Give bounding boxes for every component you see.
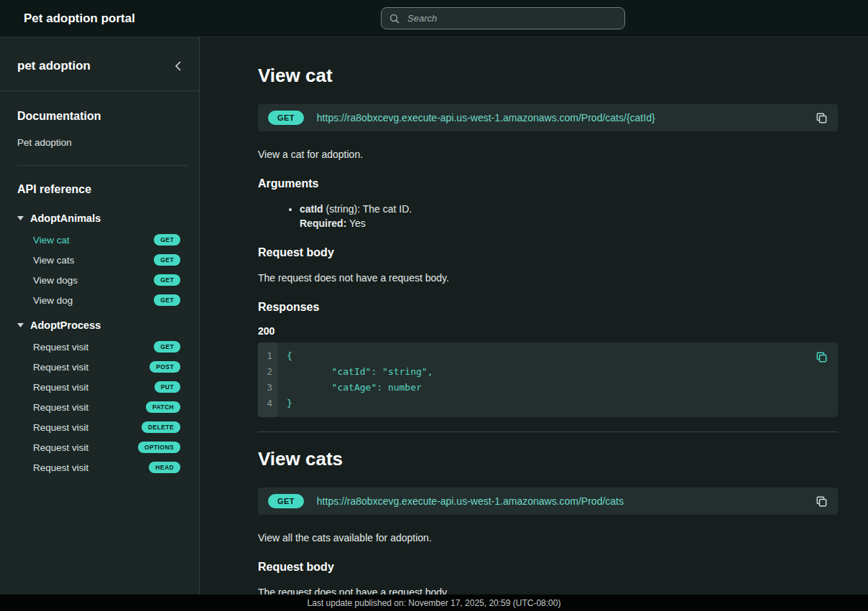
endpoint-bar: GET https://ra8obxcevg.execute-api.us-we… [258,104,838,131]
sidebar-item-label: Request visit [33,382,88,393]
argument-required-label: Required: [300,218,346,229]
method-badge: PATCH [146,401,180,413]
request-body-heading: Request body [258,246,838,259]
search-icon [389,14,400,24]
sidebar-item-request-visit-patch[interactable]: Request visit PATCH [0,397,199,417]
operation-divider [258,432,838,432]
sidebar-group-toggle-adoptprocess[interactable]: AdoptProcess [0,316,199,337]
sidebar-item-request-visit-put[interactable]: Request visit PUT [0,377,199,397]
sidebar-item-request-visit-head[interactable]: Request visit HEAD [0,457,199,477]
line-number: 3 [258,380,277,396]
group-label: AdoptAnimals [30,213,101,224]
line-number: 4 [258,396,277,411]
sidebar-item-label: Request visit [33,462,88,473]
argument-desc: (string): The cat ID. [323,203,412,215]
sidebar-item-label: Request visit [33,442,88,453]
operation-view-cats: View cats GET https://ra8obxcevg.execute… [258,448,838,600]
top-header: Pet adoption portal [0,0,868,37]
code-line: "catAge": number [287,380,838,396]
method-badge: OPTIONS [138,442,180,453]
method-badge: GET [154,234,180,246]
sidebar-group-adoptanimals: AdoptAnimals View cat GET View cats GET … [0,209,199,310]
copy-icon [816,112,828,124]
method-badge: DELETE [142,421,180,433]
sidebar-item-request-visit-get[interactable]: Request visit GET [0,337,199,357]
line-number: 1 [258,348,277,364]
search-input[interactable] [406,12,617,24]
method-badge: GET [154,254,180,266]
sidebar-item-label: Request visit [33,362,88,373]
copy-icon [816,351,828,363]
caret-down-icon [17,323,24,327]
sidebar-group-adoptprocess: AdoptProcess Request visit GET Request v… [0,316,199,477]
group-label: AdoptProcess [30,320,101,331]
operation-description: View all the cats available for adoption… [258,531,838,545]
method-badge: GET [154,274,180,286]
method-pill: GET [268,494,304,508]
operation-title: View cat [258,65,838,87]
code-line: "catId": "string", [287,364,838,380]
sidebar-item-view-dog[interactable]: View dog GET [0,290,199,310]
method-badge: PUT [154,381,180,393]
copy-url-button[interactable] [816,112,828,124]
sidebar-item-request-visit-post[interactable]: Request visit POST [0,357,199,377]
operation-description: View a cat for adoption. [258,147,838,162]
code-line: } [287,396,838,411]
arguments-list: catId (string): The cat ID. Required: Ye… [258,202,838,230]
copy-icon [816,495,828,508]
sidebar-item-request-visit-options[interactable]: Request visit OPTIONS [0,437,199,457]
line-number: 2 [258,364,277,380]
argument-name: catId [300,203,323,215]
api-reference-section: API reference AdoptAnimals View cat GET [0,166,199,477]
sidebar-item-label: View cat [33,235,70,246]
sidebar-item-label: View cats [33,255,75,266]
sidebar-item-view-dogs[interactable]: View dogs GET [0,270,199,290]
operation-view-cat: View cat GET https://ra8obxcevg.execute-… [258,65,838,417]
copy-url-button[interactable] [816,495,828,508]
method-badge: GET [154,341,180,353]
sidebar-item-request-visit-delete[interactable]: Request visit DELETE [0,417,199,437]
endpoint-bar: GET https://ra8obxcevg.execute-api.us-we… [258,488,838,515]
endpoint-url[interactable]: https://ra8obxcevg.execute-api.us-west-1… [317,495,803,507]
sidebar-item-pet-adoption[interactable]: Pet adoption [17,137,182,148]
search-box[interactable] [381,7,625,29]
sidebar: pet adoption Documentation Pet adoption … [0,37,200,611]
method-pill: GET [268,111,304,125]
code-line-numbers: 1 2 3 4 [258,342,277,417]
sidebar-item-label: Request visit [33,342,88,353]
sidebar-group-toggle-adoptanimals[interactable]: AdoptAnimals [0,209,199,230]
code-line: { [287,348,838,364]
sidebar-item-view-cat[interactable]: View cat GET [0,230,199,250]
documentation-section: Documentation Pet adoption [0,91,199,165]
arguments-heading: Arguments [258,177,838,190]
method-badge: HEAD [149,462,180,473]
response-status-code: 200 [258,325,838,337]
endpoint-url[interactable]: https://ra8obxcevg.execute-api.us-west-1… [317,112,803,123]
sidebar-title: pet adoption [17,59,91,73]
portal-title: Pet adoption portal [0,11,135,26]
operation-title: View cats [258,448,838,470]
main-content[interactable]: View cat GET https://ra8obxcevg.execute-… [200,37,868,611]
sidebar-header: pet adoption [0,37,199,90]
body-row: pet adoption Documentation Pet adoption … [0,37,868,611]
method-badge: POST [149,361,180,373]
chevron-left-icon [175,61,182,71]
response-code-block: 1 2 3 4 { "catId": "string", "catAge": n… [258,342,838,417]
argument-item: catId (string): The cat ID. Required: Ye… [300,202,838,230]
responses-heading: Responses [258,301,838,314]
caret-down-icon [17,216,24,220]
request-body-heading: Request body [258,561,838,574]
argument-required-value: Yes [349,218,366,229]
sidebar-item-label: Request visit [33,402,88,413]
sidebar-item-label: View dogs [33,275,78,286]
sidebar-item-label: Request visit [33,422,88,433]
sidebar-item-label: View dog [33,295,73,306]
sidebar-item-view-cats[interactable]: View cats GET [0,250,199,270]
code-lines: { "catId": "string", "catAge": number } [277,342,838,417]
method-badge: GET [154,294,180,306]
sidebar-collapse-button[interactable] [173,60,183,73]
app-root: Pet adoption portal pet adoption Documen… [0,0,868,611]
footer: Last update published on: November 17, 2… [0,594,868,611]
documentation-heading: Documentation [17,110,182,123]
copy-code-button[interactable] [816,351,828,363]
